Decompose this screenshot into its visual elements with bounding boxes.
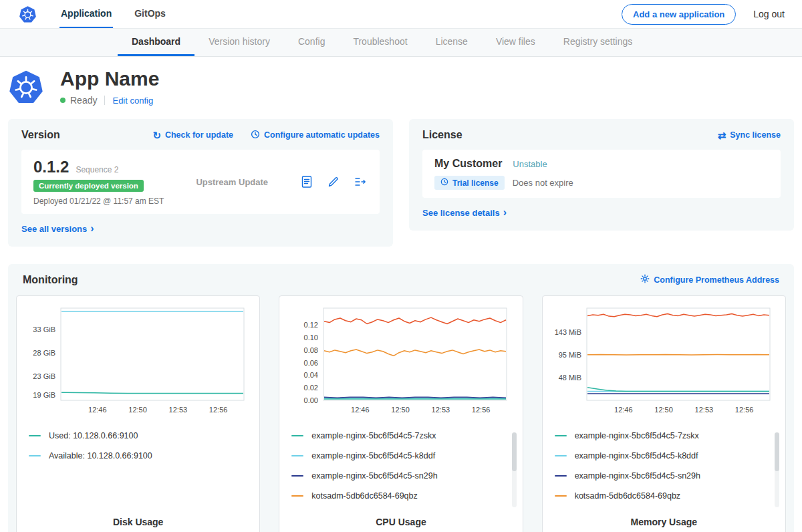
add-application-button[interactable]: Add a new application xyxy=(622,4,736,25)
license-type-label: Trial license xyxy=(452,178,499,188)
cpu-usage-chart: 0.120.100.080.060.040.020.0012:4612:5012… xyxy=(285,304,517,418)
license-type-badge: Trial license xyxy=(434,176,505,190)
chevron-right-icon: › xyxy=(90,223,94,234)
topnav-tab-application[interactable]: Application xyxy=(59,0,113,28)
series-color-dash xyxy=(555,475,567,477)
top-navbar: Application GitOps Add a new application… xyxy=(0,0,802,28)
license-card-header: License ⇄ Sync license xyxy=(422,129,781,141)
svg-text:12:56: 12:56 xyxy=(735,406,754,414)
see-license-details-label: See license details xyxy=(422,208,500,218)
tab-registry-settings[interactable]: Registry settings xyxy=(549,29,646,56)
legend-item: example-nginx-5bc6f5d4c5-k8ddf xyxy=(555,451,771,460)
disk-usage-panel: 33 GiB28 GiB23 GiB19 GiB12:4612:5012:531… xyxy=(16,295,260,532)
svg-text:12:56: 12:56 xyxy=(209,406,228,414)
tab-config[interactable]: Config xyxy=(284,29,339,56)
kubernetes-logo-icon[interactable] xyxy=(19,5,37,23)
series-label: example-nginx-5bc6f5d4c5-sn29h xyxy=(575,471,700,481)
tab-dashboard[interactable]: Dashboard xyxy=(118,29,194,56)
topnav-tab-gitops[interactable]: GitOps xyxy=(133,0,167,28)
memory-usage-chart: 143 MiB95 MiB48 MiB12:4612:5012:5312:56 xyxy=(548,304,780,418)
svg-text:0.04: 0.04 xyxy=(304,371,318,379)
series-color-dash xyxy=(291,435,303,436)
version-card-header: Version ↻ Check for update Configure aut… xyxy=(21,129,380,141)
series-color-dash xyxy=(555,435,567,436)
cards-row: Version ↻ Check for update Configure aut… xyxy=(0,119,802,247)
series-label: example-nginx-5bc6f5d4c5-7zskx xyxy=(311,431,436,440)
legend-item: Used: 10.128.0.66:9100 xyxy=(29,431,245,440)
expiry-label: Does not expire xyxy=(513,178,573,188)
scrollbar-thumb[interactable] xyxy=(775,432,779,471)
edit-config-link[interactable]: Edit config xyxy=(112,96,153,106)
svg-text:12:50: 12:50 xyxy=(654,406,673,414)
svg-text:12:46: 12:46 xyxy=(88,406,107,414)
edit-config-icon[interactable] xyxy=(326,174,341,189)
legend-item: example-nginx-5bc6f5d4c5-7zskx xyxy=(291,431,507,440)
svg-text:0.12: 0.12 xyxy=(304,321,318,329)
status-label: Ready xyxy=(70,95,97,106)
license-card-title: License xyxy=(422,129,462,141)
legend-scrollbar[interactable] xyxy=(775,432,779,507)
disk-usage-chart: 33 GiB28 GiB23 GiB19 GiB12:4612:5012:531… xyxy=(22,304,254,418)
svg-text:12:53: 12:53 xyxy=(432,406,450,414)
svg-text:12:50: 12:50 xyxy=(392,406,410,414)
schedule-clock-icon xyxy=(251,130,260,141)
version-number-row: 0.1.2 Sequence 2 xyxy=(33,158,164,176)
tab-version-history[interactable]: Version history xyxy=(194,29,284,56)
sync-license-label: Sync license xyxy=(730,130,781,140)
configure-automatic-updates-label: Configure automatic updates xyxy=(264,130,380,140)
logout-link[interactable]: Log out xyxy=(753,9,785,19)
tab-troubleshoot[interactable]: Troubleshoot xyxy=(339,29,421,56)
diff-icon[interactable] xyxy=(353,174,368,189)
license-card-links: ⇄ Sync license xyxy=(718,130,781,140)
scrollbar-thumb[interactable] xyxy=(512,432,517,471)
series-color-dash xyxy=(555,455,567,456)
status-dot xyxy=(60,98,65,103)
series-color-dash xyxy=(291,495,303,497)
release-notes-icon[interactable] xyxy=(299,174,314,189)
chart-title: Memory Usage xyxy=(548,517,780,527)
cpu-usage-legend: example-nginx-5bc6f5d4c5-7zskxexample-ng… xyxy=(285,431,517,511)
version-card-title: Version xyxy=(21,129,60,141)
topnav-tab-label: GitOps xyxy=(134,8,166,19)
chevron-right-icon: › xyxy=(503,207,507,218)
configure-prometheus-link[interactable]: Configure Prometheus Address xyxy=(640,274,779,285)
disk-usage-legend: Used: 10.128.0.66:9100Available: 10.128.… xyxy=(22,431,254,511)
svg-text:19 GiB: 19 GiB xyxy=(33,390,55,398)
deployed-version-badge: Currently deployed version xyxy=(33,180,144,192)
svg-text:12:46: 12:46 xyxy=(351,406,370,414)
tab-view-files[interactable]: View files xyxy=(482,29,549,56)
svg-text:0.10: 0.10 xyxy=(304,334,318,342)
series-color-dash xyxy=(291,475,303,477)
current-version-box: 0.1.2 Sequence 2 Currently deployed vers… xyxy=(21,150,380,214)
svg-text:12:50: 12:50 xyxy=(128,406,147,414)
legend-item: example-nginx-5bc6f5d4c5-7zskx xyxy=(555,431,771,440)
version-card: Version ↻ Check for update Configure aut… xyxy=(8,119,393,247)
svg-text:0.08: 0.08 xyxy=(304,346,318,354)
series-label: Used: 10.128.0.66:9100 xyxy=(49,431,138,440)
see-all-versions-link[interactable]: See all versions › xyxy=(21,223,94,234)
memory-usage-legend: example-nginx-5bc6f5d4c5-7zskxexample-ng… xyxy=(548,431,780,511)
deployed-timestamp: Deployed 01/21/22 @ 11:57 am EST xyxy=(33,196,164,206)
sync-license-link[interactable]: ⇄ Sync license xyxy=(718,130,781,140)
svg-text:33 GiB: 33 GiB xyxy=(33,325,55,334)
legend-item: kotsadm-5db6dc6584-69qbz xyxy=(555,491,771,501)
series-color-dash xyxy=(291,455,303,456)
tab-license[interactable]: License xyxy=(422,29,482,56)
series-label: example-nginx-5bc6f5d4c5-k8ddf xyxy=(575,451,698,460)
app-kubernetes-icon xyxy=(8,69,44,105)
clock-icon xyxy=(440,178,448,188)
divider xyxy=(104,96,105,105)
series-label: example-nginx-5bc6f5d4c5-7zskx xyxy=(575,431,699,440)
legend-scrollbar[interactable] xyxy=(512,432,517,507)
configure-automatic-updates-link[interactable]: Configure automatic updates xyxy=(251,130,380,141)
check-for-update-label: Check for update xyxy=(165,130,233,140)
memory-usage-panel: 143 MiB95 MiB48 MiB12:4612:5012:5312:56 … xyxy=(542,295,786,532)
svg-text:12:53: 12:53 xyxy=(169,406,188,414)
license-card: License ⇄ Sync license My Customer Unsta… xyxy=(409,119,794,231)
check-for-update-link[interactable]: ↻ Check for update xyxy=(152,130,233,140)
charts-row: 33 GiB28 GiB23 GiB19 GiB12:4612:5012:531… xyxy=(16,295,786,532)
svg-text:48 MiB: 48 MiB xyxy=(558,373,581,381)
series-label: Available: 10.128.0.66:9100 xyxy=(49,451,152,460)
monitoring-links: Configure Prometheus Address xyxy=(640,274,779,285)
see-license-details-link[interactable]: See license details › xyxy=(422,207,507,218)
